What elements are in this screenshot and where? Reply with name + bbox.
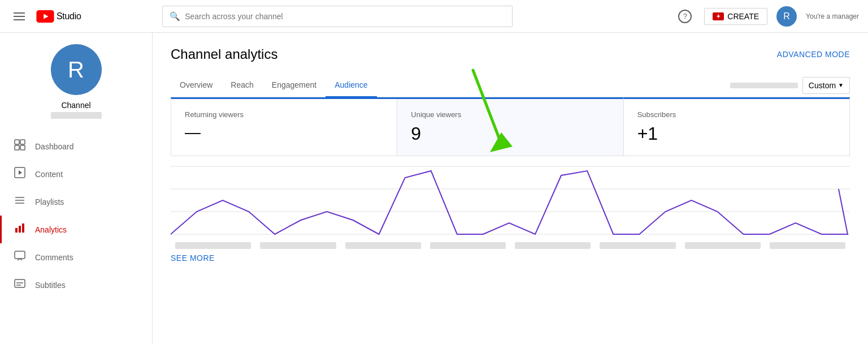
date-filter-select[interactable]: Custom ▼ xyxy=(802,77,850,94)
x-label-3 xyxy=(345,242,421,249)
create-label: CREATE xyxy=(727,12,759,21)
topnav-right: ? CREATE R You're a manager xyxy=(675,6,859,27)
main-content: Channel analytics ADVANCED MODE Overview… xyxy=(153,33,868,344)
sidebar-nav: Dashboard Content Playlists xyxy=(0,132,152,299)
menu-button[interactable] xyxy=(9,8,29,25)
analytics-icon xyxy=(14,222,26,236)
subscribers-value: +1 xyxy=(637,123,836,144)
content-label: Content xyxy=(35,170,63,179)
x-label-2 xyxy=(260,242,336,249)
dashboard-label: Dashboard xyxy=(35,142,74,151)
x-axis-labels xyxy=(171,242,850,249)
sidebar-item-playlists[interactable]: Playlists xyxy=(0,188,152,216)
x-label-7 xyxy=(685,242,761,249)
sidebar-item-dashboard[interactable]: Dashboard xyxy=(0,132,152,160)
svg-rect-11 xyxy=(15,228,18,233)
subtitles-label: Subtitles xyxy=(35,281,66,290)
svg-rect-13 xyxy=(22,223,24,233)
app-layout: R Channel Dashboard Content xyxy=(0,0,868,344)
topnav: Studio 🔍 ? CREATE R You're a manager xyxy=(0,0,868,33)
channel-avatar[interactable]: R xyxy=(51,44,102,95)
metric-subscribers[interactable]: Subscribers +1 xyxy=(624,99,849,156)
svg-rect-15 xyxy=(15,280,25,287)
help-button[interactable]: ? xyxy=(675,6,695,27)
channel-subtitle-blur xyxy=(51,112,102,119)
svg-rect-4 xyxy=(15,145,19,150)
dashboard-icon xyxy=(14,139,26,153)
user-avatar[interactable]: R xyxy=(776,6,797,27)
tab-engagement[interactable]: Engagement xyxy=(263,74,326,97)
metric-unique-viewers[interactable]: Unique viewers 9 xyxy=(397,97,623,156)
subscribers-label: Subscribers xyxy=(637,110,836,119)
help-icon: ? xyxy=(678,10,692,23)
svg-rect-3 xyxy=(20,140,25,144)
search-icon: 🔍 xyxy=(170,11,180,22)
playlists-label: Playlists xyxy=(35,197,64,207)
tab-right-controls: Custom ▼ xyxy=(730,77,850,94)
manager-label: You're a manager xyxy=(806,12,859,20)
playlists-icon xyxy=(14,195,26,209)
studio-text: Studio xyxy=(57,11,81,22)
svg-marker-7 xyxy=(19,170,22,175)
x-label-4 xyxy=(430,242,506,249)
page-title: Channel analytics xyxy=(171,46,277,62)
avatar-letter: R xyxy=(783,11,790,22)
metrics-row: Returning viewers — Unique viewers 9 Sub… xyxy=(171,97,850,156)
chart-container: 3 2 1 0 xyxy=(171,161,850,249)
svg-rect-12 xyxy=(19,226,21,233)
sidebar-item-comments[interactable]: Comments xyxy=(0,243,152,271)
create-flag-icon xyxy=(713,12,724,20)
advanced-mode-link[interactable]: ADVANCED MODE xyxy=(777,50,850,59)
tab-overview[interactable]: Overview xyxy=(171,74,222,97)
svg-rect-2 xyxy=(15,140,19,144)
channel-avatar-letter: R xyxy=(68,57,84,83)
unique-viewers-label: Unique viewers xyxy=(411,110,609,119)
search-input[interactable] xyxy=(185,12,505,21)
returning-viewers-label: Returning viewers xyxy=(185,110,383,119)
sidebar: R Channel Dashboard Content xyxy=(0,33,153,344)
content-icon xyxy=(14,167,26,181)
sidebar-item-analytics[interactable]: Analytics xyxy=(0,216,152,243)
comments-icon xyxy=(14,250,26,264)
metric-returning-viewers[interactable]: Returning viewers — xyxy=(171,99,397,156)
comments-label: Comments xyxy=(35,253,73,262)
x-label-6 xyxy=(600,242,675,249)
tab-audience[interactable]: Audience xyxy=(326,74,376,97)
topnav-left: Studio xyxy=(9,8,81,25)
analytics-tabs: Overview Reach Engagement Audience Custo… xyxy=(171,74,850,97)
returning-viewers-value: — xyxy=(185,123,383,141)
create-button[interactable]: CREATE xyxy=(704,8,767,25)
analytics-label: Analytics xyxy=(35,225,67,234)
page-header: Channel analytics ADVANCED MODE xyxy=(171,46,850,62)
x-label-8 xyxy=(770,242,845,249)
date-filter-blur xyxy=(730,83,798,88)
analytics-chart: 3 2 1 0 xyxy=(171,161,850,240)
search-bar[interactable]: 🔍 xyxy=(162,6,513,27)
subtitles-icon xyxy=(14,278,26,292)
see-more-link[interactable]: SEE MORE xyxy=(171,253,850,263)
x-label-5 xyxy=(515,242,591,249)
date-filter-label: Custom xyxy=(809,81,836,90)
sidebar-item-content[interactable]: Content xyxy=(0,160,152,188)
x-label-1 xyxy=(175,242,251,249)
channel-name: Channel xyxy=(61,101,90,110)
yt-studio-logo[interactable]: Studio xyxy=(36,10,81,23)
youtube-icon xyxy=(36,10,54,23)
sidebar-item-subtitles[interactable]: Subtitles xyxy=(0,271,152,299)
chevron-down-icon: ▼ xyxy=(838,82,844,88)
svg-rect-14 xyxy=(15,251,25,259)
tab-reach[interactable]: Reach xyxy=(222,74,262,97)
svg-rect-5 xyxy=(20,145,25,150)
unique-viewers-value: 9 xyxy=(411,123,609,144)
